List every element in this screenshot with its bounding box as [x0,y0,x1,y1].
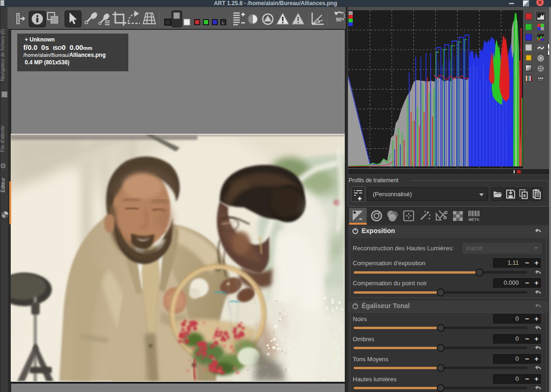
svg-text:90°: 90° [336,17,344,22]
svg-text:META: META [468,217,479,222]
svg-text:L: L [222,21,224,25]
